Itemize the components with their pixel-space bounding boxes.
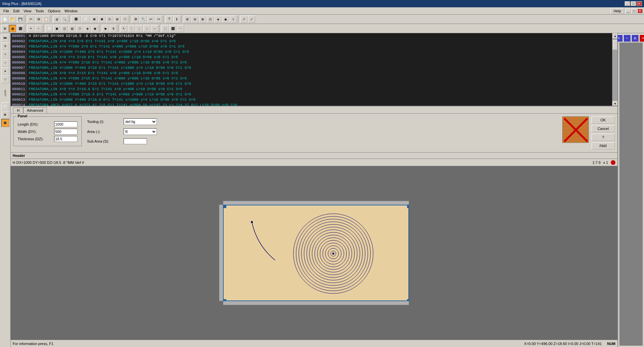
tb-c2[interactable]: ⊟ bbox=[191, 16, 199, 23]
width-input[interactable] bbox=[54, 129, 77, 135]
sidebar-btn-6[interactable]: ⬡ bbox=[1, 75, 9, 83]
tb-c3[interactable]: ⊠ bbox=[199, 16, 206, 23]
scroll-track[interactable] bbox=[612, 39, 617, 101]
sidebar-btn-8[interactable]: ▦ bbox=[1, 111, 9, 119]
scroll-thumb[interactable] bbox=[613, 40, 617, 50]
tb2-d1[interactable]: ⬚ bbox=[161, 25, 169, 32]
ok-button[interactable]: OK bbox=[591, 116, 615, 124]
tab-bar: H Advanced bbox=[11, 106, 617, 114]
tb-b4[interactable]: ▣ bbox=[98, 16, 106, 23]
menu-options[interactable]: Options bbox=[46, 8, 62, 14]
sidebar-btn-7[interactable]: ⬜ bbox=[1, 102, 9, 110]
tb2-c1[interactable]: ↖ bbox=[120, 25, 128, 32]
tab-h[interactable]: H bbox=[13, 107, 23, 113]
tb-gear[interactable]: ⚙ bbox=[132, 16, 139, 23]
menu-window[interactable]: Window bbox=[62, 8, 79, 14]
tb-print[interactable]: 🖨 bbox=[53, 16, 60, 23]
area-select[interactable]: B bbox=[124, 128, 157, 135]
help-close-btn[interactable]: ✕ bbox=[637, 9, 643, 13]
cancel-button[interactable]: Cancel bbox=[591, 125, 615, 132]
tb2-d3[interactable]: ⋯ bbox=[177, 25, 184, 32]
tb-b3[interactable]: ▦ bbox=[91, 16, 98, 23]
tb-b2[interactable]: ⬜ bbox=[81, 16, 90, 23]
sidebar-btn-2[interactable]: ⊞ bbox=[1, 42, 9, 50]
sidebar-btn-active[interactable]: ⬛ bbox=[1, 119, 9, 127]
tb-arrow2[interactable]: ↪ bbox=[155, 16, 162, 23]
tb-preview[interactable]: 🔍 bbox=[61, 16, 68, 23]
maximize-btn[interactable]: □ bbox=[631, 1, 636, 6]
tb2-zoom-out[interactable]: − bbox=[35, 25, 42, 32]
rtp-btn-2[interactable]: + bbox=[623, 35, 631, 42]
tooling-select[interactable]: def.tlg bbox=[124, 118, 157, 125]
tab-advanced[interactable]: Advanced bbox=[23, 107, 47, 113]
sep12 bbox=[159, 25, 161, 32]
tb-c6[interactable]: ◉ bbox=[222, 16, 229, 23]
tb2-a6[interactable]: ◈ bbox=[84, 25, 91, 32]
menu-edit[interactable]: Edit bbox=[11, 8, 22, 14]
tb2-c3[interactable]: ↓ bbox=[136, 25, 143, 32]
sidebar-btn-3[interactable]: ✎ bbox=[1, 51, 9, 58]
tb2-zoom-in[interactable]: + bbox=[27, 25, 35, 32]
tb-wrench[interactable]: 🔧 bbox=[140, 16, 147, 23]
tb-copy[interactable]: ⧉ bbox=[35, 16, 42, 23]
tb2-3[interactable]: ⬛ bbox=[17, 25, 24, 32]
length-input[interactable] bbox=[54, 121, 77, 127]
tb2-a4[interactable]: ▤ bbox=[68, 25, 76, 32]
tb2-a1[interactable]: ⬜ bbox=[46, 25, 53, 32]
tb-c7[interactable]: ◊ bbox=[230, 16, 237, 23]
sidebar-btn-5[interactable]: ◈ bbox=[1, 67, 9, 75]
scroll-down-btn[interactable]: ▼ bbox=[612, 101, 617, 106]
tb2-d2[interactable]: ⬛ bbox=[169, 25, 176, 32]
thickness-input[interactable] bbox=[54, 136, 77, 142]
tb-info[interactable]: ℹ bbox=[173, 16, 180, 23]
close-btn[interactable]: ✕ bbox=[637, 1, 642, 6]
question-button[interactable]: ? bbox=[591, 134, 615, 141]
tb-b5[interactable]: ◫ bbox=[106, 16, 113, 23]
sidebar-btn-1[interactable]: ▶▶ bbox=[1, 34, 9, 42]
tb-b1[interactable]: ⬛ bbox=[71, 16, 81, 23]
rtp-btn-3[interactable]: A bbox=[631, 35, 639, 42]
zoom-x1: x 1 bbox=[603, 161, 608, 165]
sep5 bbox=[163, 16, 164, 23]
tb-c4[interactable]: ⊡ bbox=[207, 16, 214, 23]
tb-save[interactable]: 💾 bbox=[17, 16, 24, 23]
tb2-a5[interactable]: ⬡ bbox=[76, 25, 83, 32]
tb2-c2[interactable]: ↑ bbox=[128, 25, 135, 32]
tb2-c4[interactable]: ↕ bbox=[143, 25, 151, 32]
tb-help[interactable]: ? bbox=[165, 16, 173, 23]
tb-cut[interactable]: ✂ bbox=[27, 16, 35, 23]
tb-b6[interactable]: ▤ bbox=[114, 16, 121, 23]
tb2-b2[interactable]: ⏸ bbox=[110, 25, 117, 32]
tb-new[interactable]: 📄 bbox=[1, 16, 9, 23]
code-scrollbar[interactable]: ▲ ▼ bbox=[612, 33, 617, 106]
minimize-btn[interactable]: _ bbox=[625, 1, 630, 6]
scroll-up-btn[interactable]: ▲ bbox=[612, 33, 617, 39]
tooling-label: Tooling (/): bbox=[87, 120, 124, 124]
tb2-a2[interactable]: ▣ bbox=[53, 25, 60, 32]
subarea-input[interactable] bbox=[124, 138, 147, 144]
tb2-a7[interactable]: ◉ bbox=[91, 25, 99, 32]
par-button[interactable]: PAR bbox=[591, 142, 615, 150]
menu-view[interactable]: View bbox=[22, 8, 34, 14]
tb2-c5[interactable]: ↔ bbox=[151, 25, 158, 32]
rtp-btn-close[interactable]: ✕ bbox=[639, 35, 644, 42]
tb-arrow[interactable]: ↩ bbox=[147, 16, 155, 23]
tb-c5[interactable]: ◈ bbox=[214, 16, 222, 23]
tb-d2[interactable]: ⤢ bbox=[248, 16, 255, 23]
help-restore-btn[interactable]: □ bbox=[631, 9, 637, 13]
help-button[interactable]: Help bbox=[610, 8, 624, 14]
tb2-1[interactable]: ⊞ bbox=[1, 25, 9, 32]
tb-paste[interactable]: 📋 bbox=[43, 16, 50, 23]
tb-b7[interactable]: ⬡ bbox=[121, 16, 129, 23]
spiral-group bbox=[293, 214, 373, 293]
tb-open[interactable]: 📂 bbox=[9, 16, 16, 23]
sidebar-btn-4[interactable]: ⤢ bbox=[1, 59, 9, 67]
tb-d1[interactable]: ↗ bbox=[240, 16, 248, 23]
menu-tools[interactable]: Tools bbox=[33, 8, 46, 14]
tb-c1[interactable]: ⊞ bbox=[184, 16, 191, 23]
tb2-2[interactable]: ▦ bbox=[9, 25, 16, 32]
tb2-b1[interactable]: ▶ bbox=[102, 25, 109, 32]
tb2-a3[interactable]: ◫ bbox=[61, 25, 68, 32]
menu-file[interactable]: File bbox=[1, 8, 11, 14]
help-minimize-btn[interactable]: _ bbox=[625, 9, 631, 13]
